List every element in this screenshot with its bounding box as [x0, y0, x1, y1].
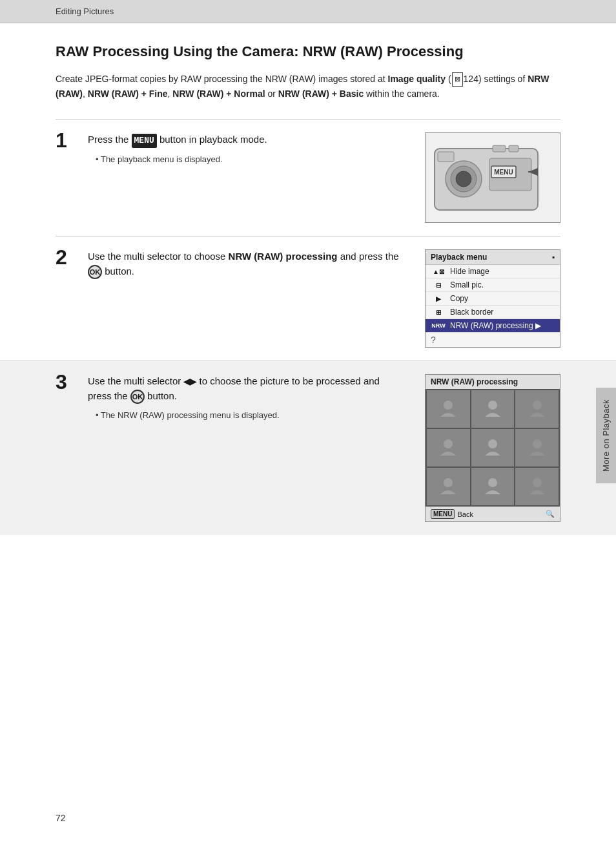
nrw-zoom-icon: 🔍 — [546, 510, 555, 518]
nrw-back-label: Back — [457, 510, 473, 518]
pm-icon-nrw: NRW — [431, 322, 446, 329]
header-label: Editing Pictures — [56, 6, 114, 16]
thumb-svg-9 — [524, 474, 550, 499]
svg-rect-9 — [493, 145, 506, 152]
step-3-bullet: The NRW (RAW) processing menu is display… — [96, 409, 406, 422]
svg-rect-10 — [509, 145, 518, 152]
step-3-number: 3 — [56, 372, 81, 392]
nrw-thumb-8 — [471, 468, 515, 505]
pm-icon-copy: ▶ — [431, 295, 446, 302]
step-2-image: Playback menu ▪ ▲⊠ Hide image ⊟ Small pi… — [425, 249, 560, 348]
svg-point-15 — [444, 439, 453, 448]
svg-point-3 — [456, 171, 471, 187]
svg-point-17 — [533, 439, 542, 448]
nrw-thumb-3 — [515, 390, 559, 428]
thumb-svg-4 — [435, 435, 461, 461]
thumb-svg-6 — [524, 435, 550, 461]
ok-button-icon: OK — [88, 265, 102, 279]
main-content: RAW Processing Using the Camera: NRW (RA… — [0, 23, 616, 587]
nrw-header: NRW (RAW) processing — [426, 375, 560, 389]
playback-menu: Playback menu ▪ ▲⊠ Hide image ⊟ Small pi… — [425, 249, 560, 348]
svg-rect-11 — [438, 152, 454, 162]
nrw-menu-label: MENU — [431, 509, 455, 519]
nrw-footer: MENU Back 🔍 — [426, 507, 560, 521]
lr-arrows: ◀▶ — [183, 375, 196, 388]
pm-icon-small: ⊟ — [431, 282, 446, 289]
step-3-image: NRW (RAW) processing — [425, 374, 560, 522]
svg-point-19 — [488, 478, 497, 487]
nrw-thumb-5 — [471, 429, 515, 466]
thumb-svg-2 — [480, 396, 506, 422]
pm-question: ? — [426, 333, 560, 347]
pm-item-hide: ▲⊠ Hide image — [426, 265, 560, 278]
pm-item-copy: ▶ Copy — [426, 292, 560, 306]
pm-battery: ▪ — [552, 253, 555, 262]
step-1-number: 1 — [56, 130, 81, 151]
camera-illustration: MENU — [425, 132, 560, 223]
page-number: 72 — [56, 813, 66, 823]
side-tab: More on Playback — [596, 388, 616, 483]
svg-point-12 — [444, 401, 453, 410]
nrw-processing-menu: NRW (RAW) processing — [425, 374, 560, 522]
header-bar: Editing Pictures — [0, 0, 616, 23]
pm-icon-hide: ▲⊠ — [431, 268, 446, 275]
intro-paragraph: Create JPEG-format copies by RAW process… — [56, 72, 560, 101]
nrw-thumb-6 — [515, 429, 559, 466]
svg-point-20 — [533, 478, 542, 487]
nrw-footer-left: MENU Back — [431, 509, 473, 519]
pm-item-border: ⊞ Black border — [426, 306, 560, 319]
image-quality-icon: ⊠ — [452, 72, 463, 87]
step-3: 3 Use the multi selector ◀▶ to choose th… — [0, 361, 616, 535]
step-1-content: Press the MENU button in playback mode. … — [88, 132, 406, 165]
ok-button-icon-2: OK — [130, 390, 145, 404]
step-2-content: Use the multi selector to choose NRW (RA… — [88, 249, 406, 284]
pm-item-small: ⊟ Small pic. — [426, 278, 560, 292]
nrw-grid — [426, 389, 560, 507]
nrw-thumb-2 — [471, 390, 515, 428]
step-3-content: Use the multi selector ◀▶ to choose the … — [88, 374, 406, 421]
step-2-text: Use the multi selector to choose NRW (RA… — [88, 249, 406, 279]
pm-header: Playback menu ▪ — [426, 250, 560, 265]
step-1: 1 Press the MENU button in playback mode… — [56, 119, 560, 236]
svg-point-16 — [488, 439, 497, 448]
svg-point-13 — [488, 401, 497, 410]
step-2-number: 2 — [56, 247, 81, 267]
nrw-thumb-9 — [515, 468, 559, 505]
pm-title: Playback menu — [431, 253, 487, 262]
step-1-bullet: The playback menu is displayed. — [96, 153, 406, 166]
thumb-svg-8 — [480, 474, 506, 499]
step-3-text: Use the multi selector ◀▶ to choose the … — [88, 374, 406, 404]
svg-point-14 — [533, 401, 542, 410]
pm-icon-border: ⊞ — [431, 309, 446, 316]
camera-svg: MENU — [428, 136, 557, 220]
thumb-svg-5 — [480, 435, 506, 461]
menu-button-text: MENU — [132, 134, 157, 148]
thumb-svg-7 — [435, 474, 461, 499]
thumb-svg-3 — [524, 396, 550, 422]
step-1-text: Press the MENU button in playback mode. — [88, 132, 406, 148]
nrw-thumb-7 — [427, 468, 470, 505]
step-1-image: MENU — [425, 132, 560, 223]
pm-item-nrw: NRW NRW (RAW) processing ▶ — [426, 319, 560, 333]
nrw-thumb-1 — [427, 390, 470, 428]
page-title: RAW Processing Using the Camera: NRW (RA… — [56, 43, 560, 61]
svg-text:MENU: MENU — [494, 169, 513, 176]
svg-point-18 — [444, 478, 453, 487]
nrw-thumb-4 — [427, 429, 470, 466]
thumb-svg-1 — [435, 396, 461, 422]
step-2: 2 Use the multi selector to choose NRW (… — [56, 236, 560, 361]
